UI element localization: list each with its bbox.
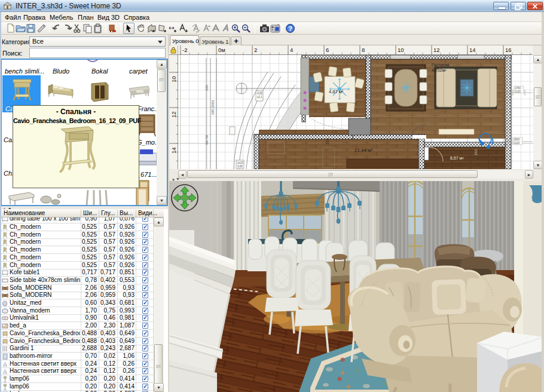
svg-text:1760: 1760 <box>515 87 521 90</box>
svg-text:102: 102 <box>474 149 478 155</box>
svg-text:6: 6 <box>326 47 329 53</box>
svg-text:8,57 м²: 8,57 м² <box>450 156 464 160</box>
svg-text:-2: -2 <box>182 47 187 53</box>
svg-text:0м: 0м <box>218 47 225 53</box>
svg-text:8: 8 <box>362 47 365 53</box>
svg-text:Гостиная: Гостиная <box>432 63 450 67</box>
svg-text:10: 10 <box>170 76 177 82</box>
svg-text:4,05: 4,05 <box>257 92 262 95</box>
svg-text:101: 101 <box>325 137 329 145</box>
svg-text:10: 10 <box>398 47 404 53</box>
svg-text:2: 2 <box>254 47 257 53</box>
svg-text:3050: 3050 <box>206 84 209 91</box>
svg-text:2120: 2120 <box>514 142 520 145</box>
svg-text:14: 14 <box>469 47 476 53</box>
svg-text:14: 14 <box>170 147 177 154</box>
svg-text:?: ? <box>288 25 292 32</box>
svg-text:x2,1: x2,1 <box>257 96 262 99</box>
svg-text:12: 12 <box>433 47 440 53</box>
svg-text:16: 16 <box>505 47 512 53</box>
svg-text:4: 4 <box>290 47 293 53</box>
svg-text:4,87 м²: 4,87 м² <box>329 89 344 94</box>
svg-text:42,02м²: 42,02м² <box>432 68 447 72</box>
svg-text:21,44 м²: 21,44 м² <box>354 148 373 153</box>
svg-text:2x15: 2x15 <box>237 161 243 164</box>
svg-text:2120: 2120 <box>515 90 521 93</box>
svg-text:960 740: 960 740 <box>206 134 209 145</box>
svg-text:1803: 1803 <box>514 138 520 141</box>
svg-text:2980 (2930): 2980 (2930) <box>212 100 215 115</box>
svg-text:3,05: 3,05 <box>237 165 243 168</box>
